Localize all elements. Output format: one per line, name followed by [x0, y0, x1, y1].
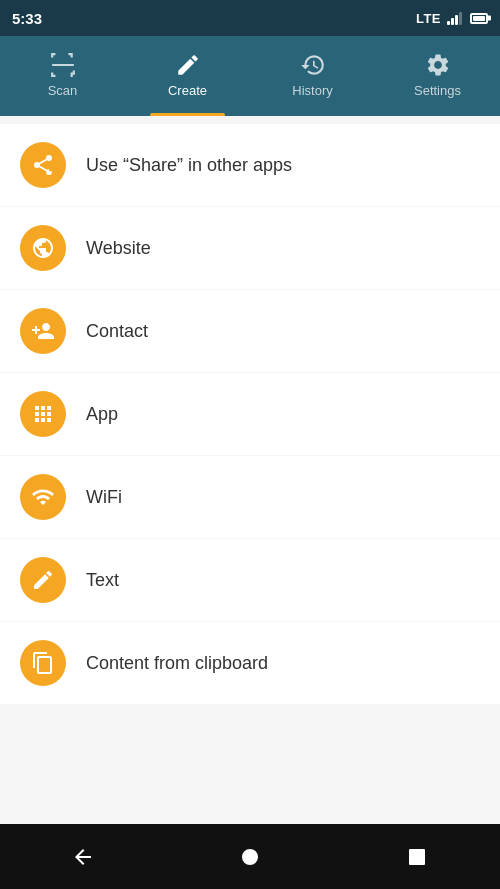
menu-label-website: Website	[86, 238, 151, 259]
home-button[interactable]	[225, 832, 275, 882]
menu-label-app: App	[86, 404, 118, 425]
menu-item-text[interactable]: Text	[0, 539, 500, 621]
nav-item-history[interactable]: History	[250, 36, 375, 116]
share-icon	[31, 153, 55, 177]
svg-point-0	[242, 849, 258, 865]
menu-label-contact: Contact	[86, 321, 148, 342]
nav-label-settings: Settings	[414, 83, 461, 98]
status-bar: 5:33 LTE	[0, 0, 500, 36]
globe-icon	[31, 236, 55, 260]
nav-item-settings[interactable]: Settings	[375, 36, 500, 116]
nav-item-scan[interactable]: Scan	[0, 36, 125, 116]
app-icon-circle	[20, 391, 66, 437]
recents-icon	[405, 845, 429, 869]
recents-button[interactable]	[392, 832, 442, 882]
app-icon	[31, 402, 55, 426]
website-icon-circle	[20, 225, 66, 271]
menu-item-share[interactable]: Use “Share” in other apps	[0, 124, 500, 206]
nav-bar: Scan Create History Settings	[0, 36, 500, 116]
nav-label-history: History	[292, 83, 332, 98]
share-icon-circle	[20, 142, 66, 188]
menu-label-clipboard: Content from clipboard	[86, 653, 268, 674]
menu-item-app[interactable]: App	[0, 373, 500, 455]
menu-item-wifi[interactable]: WiFi	[0, 456, 500, 538]
lte-label: LTE	[416, 11, 441, 26]
wifi-icon	[31, 485, 55, 509]
battery-icon	[470, 13, 488, 24]
create-icon	[174, 51, 202, 79]
scan-icon	[49, 51, 77, 79]
status-icons: LTE	[416, 11, 488, 26]
menu-label-text: Text	[86, 570, 119, 591]
contact-icon	[31, 319, 55, 343]
clipboard-icon-circle	[20, 640, 66, 686]
clipboard-icon	[31, 651, 55, 675]
status-time: 5:33	[12, 10, 42, 27]
main-content: Use “Share” in other apps Website Contac…	[0, 116, 500, 824]
back-button[interactable]	[58, 832, 108, 882]
text-icon-circle	[20, 557, 66, 603]
history-icon	[299, 51, 327, 79]
settings-icon	[424, 51, 452, 79]
contact-icon-circle	[20, 308, 66, 354]
menu-item-website[interactable]: Website	[0, 207, 500, 289]
wifi-icon-circle	[20, 474, 66, 520]
menu-label-wifi: WiFi	[86, 487, 122, 508]
nav-item-create[interactable]: Create	[125, 36, 250, 116]
menu-label-share: Use “Share” in other apps	[86, 155, 292, 176]
nav-label-scan: Scan	[48, 83, 78, 98]
svg-rect-1	[409, 849, 425, 865]
menu-item-contact[interactable]: Contact	[0, 290, 500, 372]
menu-item-clipboard[interactable]: Content from clipboard	[0, 622, 500, 704]
bottom-nav	[0, 824, 500, 889]
nav-label-create: Create	[168, 83, 207, 98]
text-icon	[31, 568, 55, 592]
home-icon	[238, 845, 262, 869]
back-icon	[71, 845, 95, 869]
signal-icon	[447, 11, 462, 25]
